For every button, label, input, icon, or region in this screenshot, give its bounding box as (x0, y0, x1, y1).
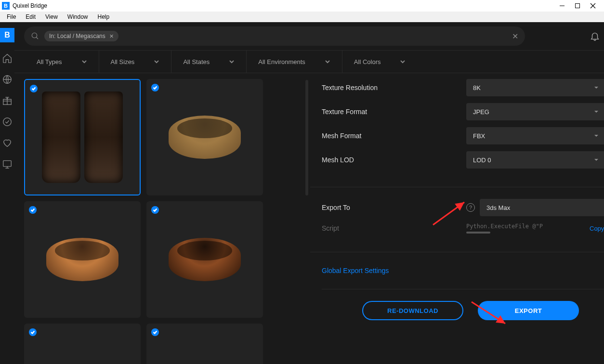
chip-close-icon[interactable]: ✕ (109, 33, 114, 39)
search-icon (31, 32, 39, 40)
copy-link[interactable]: Copy (590, 225, 604, 232)
window-minimize[interactable] (559, 2, 565, 9)
menu-help[interactable]: Help (93, 13, 115, 21)
mesh-lod-dropdown[interactable]: LOD 0 (466, 151, 604, 169)
left-nav: B (0, 22, 14, 364)
asset-thumbnail (169, 238, 241, 281)
asset-card[interactable] (24, 324, 141, 364)
home-icon[interactable] (2, 53, 13, 64)
filter-row: All Types All Sizes All States All Envir… (14, 50, 604, 73)
asset-thumbnail (46, 238, 118, 281)
help-icon[interactable]: ? (466, 203, 475, 212)
asset-thumbnail (169, 116, 241, 159)
search-clear-icon[interactable]: ✕ (512, 32, 518, 41)
downloaded-badge-icon (29, 328, 37, 336)
filter-environments[interactable]: All Environments (247, 51, 342, 73)
asset-card[interactable] (146, 79, 263, 195)
filter-states[interactable]: All States (171, 51, 247, 73)
gift-icon[interactable] (2, 95, 13, 106)
downloaded-badge-icon (29, 206, 37, 214)
downloaded-badge-icon (151, 328, 159, 336)
asset-card[interactable] (24, 79, 141, 195)
mesh-format-dropdown[interactable]: FBX (466, 127, 604, 144)
filter-sizes-label: All Sizes (111, 58, 135, 65)
texture-format-dropdown[interactable]: JPEG (466, 103, 604, 120)
topbar: In: Local / Megascans ✕ ✕ (14, 22, 604, 50)
export-button[interactable]: EXPORT (478, 301, 579, 320)
app-icon: B (2, 2, 10, 10)
divider (310, 187, 604, 187)
search-input[interactable] (123, 33, 507, 40)
asset-card[interactable] (146, 201, 263, 318)
monitor-icon[interactable] (2, 159, 13, 169)
filter-types[interactable]: All Types (25, 51, 99, 73)
window-maximize[interactable] (574, 2, 581, 9)
redownload-button[interactable]: RE-DOWNLOAD (362, 301, 463, 320)
filter-colors-label: All Colors (354, 58, 381, 65)
window-close[interactable] (590, 2, 596, 9)
search-chip[interactable]: In: Local / Megascans ✕ (44, 31, 118, 41)
brand-logo[interactable]: B (0, 28, 14, 42)
downloaded-badge-icon (151, 206, 159, 214)
menu-view[interactable]: View (40, 13, 63, 21)
menu-window[interactable]: Window (63, 13, 93, 21)
heart-icon[interactable] (2, 138, 13, 148)
filter-states-label: All States (183, 58, 210, 65)
downloaded-badge-icon (151, 84, 159, 91)
search-chip-label: In: Local / Megascans (49, 33, 105, 39)
asset-card[interactable] (24, 201, 141, 318)
asset-grid (14, 73, 303, 364)
svg-rect-1 (576, 4, 580, 8)
window-titlebar: B Quixel Bridge (0, 0, 604, 12)
filter-colors[interactable]: All Colors (342, 51, 418, 73)
export-to-dropdown[interactable]: 3ds Max (480, 199, 604, 216)
menu-file[interactable]: File (2, 13, 21, 21)
detail-panel: Texture Resolution 8K Texture Format JPE… (310, 73, 604, 364)
globe-icon[interactable] (2, 74, 13, 85)
svg-point-6 (3, 118, 12, 126)
asset-card[interactable] (146, 324, 263, 364)
scrollbar[interactable] (305, 80, 308, 195)
mesh-lod-label: Mesh LOD (322, 156, 466, 164)
texture-resolution-label: Texture Resolution (322, 84, 466, 91)
filter-types-label: All Types (37, 58, 62, 65)
script-value: Python.ExecuteFile @"P (466, 223, 582, 234)
downloaded-badge-icon (30, 85, 38, 92)
svg-rect-7 (3, 161, 12, 167)
search-bar[interactable]: In: Local / Megascans ✕ ✕ (24, 26, 525, 46)
divider (310, 252, 604, 252)
export-to-label: Export To (322, 204, 466, 211)
filter-environments-label: All Environments (258, 58, 305, 65)
mesh-format-label: Mesh Format (322, 132, 466, 140)
asset-thumbnail (34, 89, 131, 185)
texture-format-label: Texture Format (322, 108, 466, 116)
bell-icon[interactable] (590, 31, 600, 41)
texture-resolution-dropdown[interactable]: 8K (466, 79, 604, 96)
global-export-settings-link[interactable]: Global Export Settings (322, 267, 604, 274)
check-circle-icon[interactable] (2, 117, 13, 127)
svg-point-8 (32, 33, 37, 38)
menu-edit[interactable]: Edit (21, 13, 40, 21)
filter-sizes[interactable]: All Sizes (99, 51, 172, 73)
menubar: File Edit View Window Help (0, 12, 604, 22)
window-title: Quixel Bridge (13, 2, 559, 9)
script-label: Script (322, 224, 466, 232)
